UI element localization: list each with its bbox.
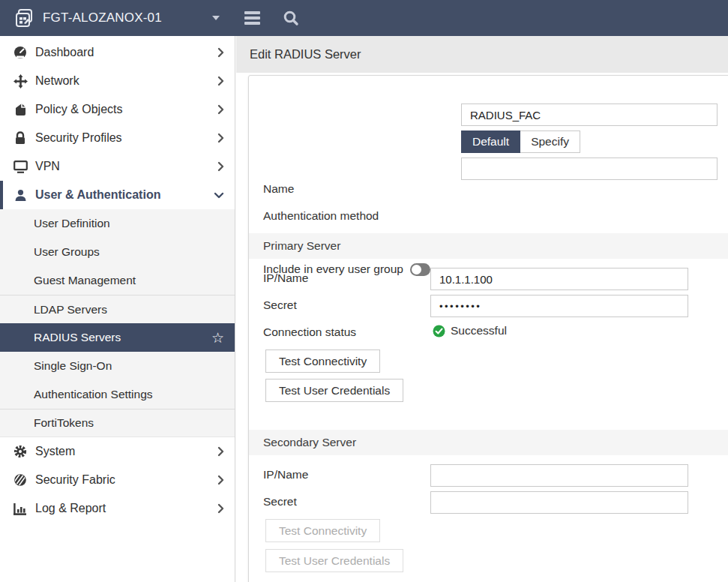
sidebar-item-network[interactable]: Network bbox=[0, 67, 235, 95]
secondary-secret-label: Secret bbox=[263, 495, 297, 510]
chevron-right-icon bbox=[217, 503, 224, 514]
fabric-icon bbox=[12, 473, 28, 487]
secondary-server-title: Secondary Server bbox=[263, 436, 356, 449]
primary-test-credentials-button[interactable]: Test User Credentials bbox=[265, 379, 403, 402]
sidebar-item-security-profiles[interactable]: Security Profiles bbox=[0, 124, 235, 152]
sidebar-item-label: Guest Management bbox=[34, 274, 224, 287]
sidebar-item-radius-servers[interactable]: RADIUS Servers ☆ bbox=[0, 323, 235, 352]
chevron-right-icon bbox=[217, 76, 224, 86]
secondary-test-connectivity-button[interactable]: Test Connectivity bbox=[265, 519, 380, 542]
sidebar-item-label: Authentication Settings bbox=[34, 388, 224, 401]
sidebar-item-label: LDAP Servers bbox=[34, 303, 224, 316]
secondary-ip-label: IP/Name bbox=[263, 468, 308, 483]
secondary-test-credentials-button[interactable]: Test User Credentials bbox=[265, 549, 403, 572]
sidebar-item-label: Log & Report bbox=[35, 502, 217, 515]
sidebar-item-label: System bbox=[35, 445, 217, 458]
menu-toggle-icon[interactable] bbox=[244, 11, 260, 25]
sidebar-nav: Dashboard Network Policy & Objects Secur… bbox=[0, 36, 235, 582]
sidebar-item-label: User & Authentication bbox=[35, 188, 214, 202]
page-title: Edit RADIUS Server bbox=[250, 47, 361, 62]
chevron-right-icon bbox=[217, 161, 224, 172]
user-icon bbox=[12, 189, 28, 202]
sidebar-item-label: User Definition bbox=[34, 217, 224, 230]
sidebar-item-label: Security Fabric bbox=[35, 473, 217, 487]
sidebar-item-label: RADIUS Servers bbox=[34, 331, 211, 344]
include-user-group-toggle[interactable] bbox=[410, 263, 430, 276]
sidebar-item-label: Network bbox=[35, 74, 217, 88]
nas-ip-input[interactable] bbox=[461, 158, 718, 180]
favorite-star-icon[interactable]: ☆ bbox=[211, 331, 224, 345]
sidebar-item-authentication-settings[interactable]: Authentication Settings bbox=[0, 380, 235, 409]
gear-icon bbox=[12, 445, 28, 458]
sidebar-item-log-report[interactable]: Log & Report bbox=[0, 494, 235, 523]
sidebar-item-policy-objects[interactable]: Policy & Objects bbox=[0, 95, 235, 124]
sidebar-item-label: Single Sign-On bbox=[34, 359, 224, 373]
auth-method-segmented: Default Specify bbox=[461, 130, 580, 153]
primary-test-connectivity-button[interactable]: Test Connectivity bbox=[265, 350, 380, 373]
sidebar-item-label: VPN bbox=[35, 160, 217, 173]
sidebar-item-label: Dashboard bbox=[35, 46, 217, 59]
lock-icon bbox=[12, 131, 28, 145]
sidebar-item-user-authentication[interactable]: User & Authentication bbox=[0, 181, 235, 209]
chevron-right-icon bbox=[217, 133, 224, 143]
auth-default-option[interactable]: Default bbox=[461, 130, 520, 153]
chevron-right-icon bbox=[217, 104, 224, 115]
sidebar-item-user-groups[interactable]: User Groups bbox=[0, 238, 235, 266]
sidebar-item-user-definition[interactable]: User Definition bbox=[0, 209, 235, 238]
policy-document-icon bbox=[12, 103, 28, 116]
secondary-server-section-header: Secondary Server bbox=[249, 430, 728, 455]
hostname-dropdown-caret-icon[interactable] bbox=[211, 15, 220, 21]
hostname-label: FGT-ALOZANOX-01 bbox=[43, 10, 162, 26]
chevron-right-icon bbox=[217, 446, 224, 457]
sidebar-item-label: Security Profiles bbox=[35, 131, 217, 145]
radius-server-form: Name Authentication method Default Speci… bbox=[248, 75, 728, 582]
dashboard-gauge-icon bbox=[12, 46, 28, 59]
sidebar-item-guest-management[interactable]: Guest Management bbox=[0, 266, 235, 295]
fortigate-logo-icon bbox=[15, 8, 35, 28]
sidebar-item-fortitokens[interactable]: FortiTokens bbox=[0, 409, 235, 437]
chevron-right-icon bbox=[217, 475, 224, 485]
sidebar-item-security-fabric[interactable]: Security Fabric bbox=[0, 466, 235, 494]
main-content: Edit RADIUS Server Name Authentication m… bbox=[236, 36, 728, 582]
connection-status-text: Successful bbox=[451, 324, 507, 338]
chevron-right-icon bbox=[217, 47, 224, 58]
top-bar: FGT-ALOZANOX-01 bbox=[0, 0, 728, 36]
connection-status-value: Successful bbox=[433, 324, 507, 338]
secondary-secret-input[interactable] bbox=[430, 491, 688, 514]
sidebar-item-single-sign-on[interactable]: Single Sign-On bbox=[0, 352, 235, 380]
success-check-icon bbox=[433, 325, 445, 338]
name-input[interactable] bbox=[461, 104, 718, 126]
primary-secret-input[interactable] bbox=[430, 295, 688, 317]
primary-server-title: Primary Server bbox=[263, 239, 340, 253]
auth-specify-option[interactable]: Specify bbox=[520, 130, 580, 153]
secondary-ip-input[interactable] bbox=[430, 464, 688, 487]
search-icon[interactable] bbox=[283, 10, 299, 26]
sidebar-item-label: FortiTokens bbox=[34, 416, 224, 430]
network-arrows-icon bbox=[12, 74, 28, 88]
bar-chart-icon bbox=[12, 502, 28, 515]
primary-secret-label: Secret bbox=[263, 298, 297, 314]
fortigate-app: FGT-ALOZANOX-01 Dashboard Network bbox=[0, 0, 728, 582]
sidebar-item-vpn[interactable]: VPN bbox=[0, 152, 235, 181]
chevron-down-icon bbox=[214, 192, 224, 199]
connection-status-label: Connection status bbox=[263, 326, 356, 340]
sidebar-item-label: User Groups bbox=[34, 245, 224, 259]
auth-method-label: Authentication method bbox=[263, 209, 379, 224]
sidebar-item-label: Policy & Objects bbox=[35, 103, 217, 116]
primary-ip-input[interactable] bbox=[430, 268, 688, 290]
primary-ip-label: IP/Name bbox=[263, 272, 308, 286]
page-title-bar: Edit RADIUS Server bbox=[236, 36, 728, 73]
monitor-icon bbox=[12, 160, 28, 173]
sidebar-item-ldap-servers[interactable]: LDAP Servers bbox=[0, 295, 235, 323]
sidebar-item-system[interactable]: System bbox=[0, 437, 235, 466]
primary-server-section-header: Primary Server bbox=[249, 233, 728, 259]
sidebar-item-dashboard[interactable]: Dashboard bbox=[0, 38, 235, 67]
name-label: Name bbox=[263, 182, 294, 197]
